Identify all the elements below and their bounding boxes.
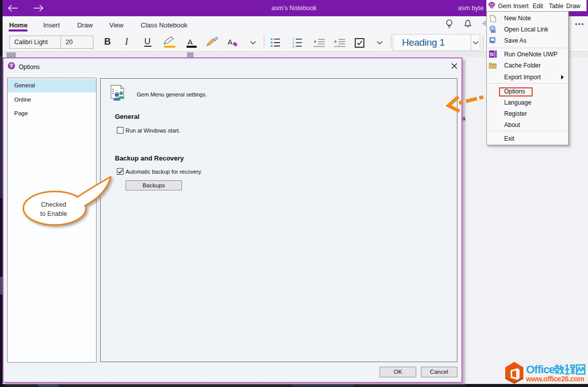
svg-text:3: 3 <box>292 45 294 48</box>
svg-text:N: N <box>490 52 493 57</box>
svg-text:1: 1 <box>292 38 294 41</box>
svg-text:2: 2 <box>292 41 294 45</box>
